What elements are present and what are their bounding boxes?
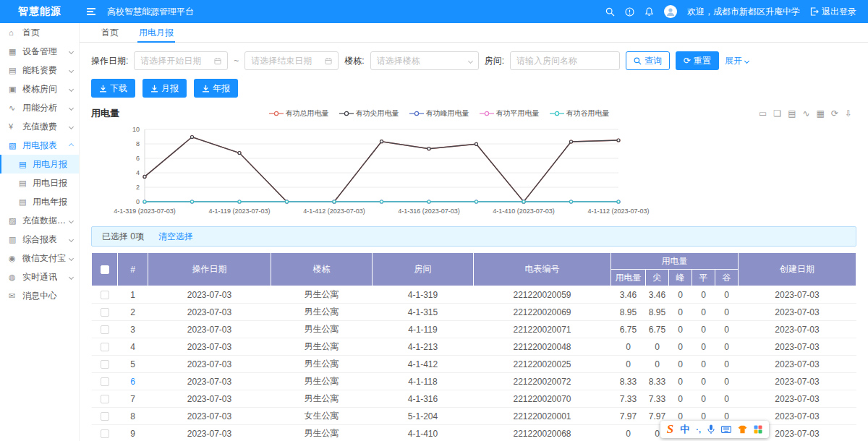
cell-select[interactable] — [92, 338, 118, 356]
legend-item[interactable]: 有功谷用电量 — [550, 108, 610, 119]
skin-icon[interactable] — [738, 425, 747, 434]
tab-electricity-monthly-report[interactable]: 用电月报 — [137, 23, 175, 42]
line-type-icon[interactable]: ∿ — [802, 108, 809, 119]
col-feng: 峰 — [669, 270, 692, 286]
bell-icon[interactable] — [644, 7, 654, 17]
cell-room: 4-1-119 — [373, 321, 474, 338]
end-date-input[interactable] — [244, 51, 339, 70]
doc-icon: ▤ — [19, 179, 30, 188]
cell-date: 2023-07-03 — [148, 390, 271, 408]
sidebar-item[interactable]: ◍实时通讯 — [0, 267, 79, 286]
svg-text:4-1-316 (2023-07-03): 4-1-316 (2023-07-03) — [398, 207, 460, 215]
restore-icon[interactable]: ⟳ — [831, 108, 838, 119]
sidebar-item[interactable]: ▦设备管理 — [0, 42, 79, 61]
bar-type-icon[interactable]: ▦ — [817, 108, 825, 119]
cell-total: 0 — [611, 356, 646, 373]
chinese-mode-icon[interactable]: 中 — [680, 423, 689, 436]
legend-item[interactable]: 有功总用电量 — [269, 108, 329, 119]
row-checkbox[interactable] — [101, 412, 109, 421]
svg-text:4-1-119 (2023-07-03): 4-1-119 (2023-07-03) — [209, 207, 271, 215]
sidebar-subitem[interactable]: ▤用电年报 — [0, 192, 79, 211]
toolbox-icon[interactable] — [754, 425, 762, 434]
monthly-report-button[interactable]: 月报 — [142, 79, 187, 98]
row-checkbox[interactable] — [101, 395, 109, 403]
cell-building: 男生公寓 — [271, 304, 373, 321]
cell-total: 8.33 — [611, 373, 646, 390]
row-checkbox[interactable] — [101, 291, 109, 299]
punctuation-icon[interactable]: ·, — [696, 425, 701, 434]
chart-header: 用电量 有功总用电量有功尖用电量有功峰用电量有功平用电量有功谷用电量 ▭❏▤∿▦… — [91, 106, 856, 121]
cell-date: 2023-07-03 — [148, 425, 271, 441]
cell-select[interactable] — [92, 304, 118, 321]
building-select[interactable]: 请选择楼栋 — [370, 51, 479, 70]
save-image-icon[interactable]: ⇩ — [845, 108, 852, 119]
download-button[interactable]: 下载 — [91, 79, 135, 98]
zoom-select-icon[interactable]: ▭ — [759, 108, 767, 119]
zoom-reset-icon[interactable]: ❏ — [773, 108, 781, 119]
row-checkbox[interactable] — [101, 308, 109, 317]
select-all-header[interactable] — [92, 253, 118, 286]
download-icon — [202, 85, 210, 93]
legend-item[interactable]: 有功平用电量 — [480, 108, 540, 119]
help-icon[interactable] — [625, 7, 634, 17]
row-checkbox[interactable] — [101, 377, 109, 386]
select-all-checkbox[interactable] — [101, 265, 109, 274]
cell-select[interactable] — [92, 373, 118, 390]
cell-select[interactable] — [92, 408, 118, 425]
sidebar-item[interactable]: ⌂首页 — [0, 23, 79, 42]
legend-item[interactable]: 有功峰用电量 — [409, 108, 469, 119]
col-meter: 电表编号 — [474, 253, 611, 286]
cell-meter: 221220020072 — [474, 373, 611, 390]
room-input[interactable] — [510, 51, 620, 70]
cell-date: 2023-07-03 — [148, 286, 271, 304]
search-button[interactable]: 查询 — [626, 51, 670, 70]
sidebar-item[interactable]: ▥综合报表 — [0, 230, 79, 249]
data-view-icon[interactable]: ▤ — [788, 108, 796, 119]
row-checkbox[interactable] — [101, 343, 109, 351]
cell-building: 男生公寓 — [271, 425, 373, 441]
sidebar-item[interactable]: ◉微信支付宝 — [0, 249, 79, 267]
cell-gu: 0 — [715, 356, 739, 373]
sidebar-subitem[interactable]: ▤用电月报 — [0, 155, 79, 174]
logout-icon — [810, 7, 819, 16]
start-date-input[interactable] — [134, 51, 228, 70]
cell-date: 2023-07-03 — [148, 338, 271, 356]
avatar[interactable] — [664, 5, 677, 18]
row-checkbox[interactable] — [101, 360, 109, 369]
mic-icon[interactable] — [707, 424, 715, 434]
sidebar-item[interactable]: ¥充值缴费 — [0, 117, 79, 136]
cell-select[interactable] — [92, 390, 118, 408]
clear-selection-link[interactable]: 清空选择 — [158, 231, 193, 243]
row-checkbox[interactable] — [101, 325, 109, 334]
doc-icon: ▤ — [19, 197, 30, 207]
cell-created: 2023-07-03 — [739, 373, 856, 390]
search-icon[interactable] — [605, 7, 615, 17]
sidebar-subitem[interactable]: ▤用电日报 — [0, 174, 79, 192]
logout-button[interactable]: 退出登录 — [810, 6, 856, 18]
expand-link[interactable]: 展开 — [725, 55, 749, 67]
yearly-report-button[interactable]: 年报 — [194, 79, 238, 98]
sogou-logo-icon[interactable]: S — [667, 422, 673, 437]
sidebar-item[interactable]: ✉消息中心 — [0, 286, 79, 305]
recharge-icon: ¥ — [9, 122, 20, 131]
keyboard-icon[interactable] — [721, 426, 731, 433]
sidebar-item[interactable]: ▨充值数据报表 — [0, 211, 79, 230]
cell-select[interactable] — [92, 356, 118, 373]
reset-button[interactable]: ⟳ 重置 — [676, 51, 719, 70]
tab-home[interactable]: 首页 — [100, 23, 120, 42]
cell-meter: 221220020001 — [474, 408, 611, 425]
cell-building: 男生公寓 — [271, 390, 373, 408]
cell-select[interactable] — [92, 286, 118, 304]
cell-total: 6.75 — [611, 321, 646, 338]
cell-select[interactable] — [92, 321, 118, 338]
sidebar-item[interactable]: ▤能耗资费 — [0, 61, 79, 80]
legend-item[interactable]: 有功尖用电量 — [339, 108, 399, 119]
sidebar-item[interactable]: ▣楼栋房间 — [0, 80, 79, 98]
collapse-menu-icon[interactable] — [87, 8, 95, 15]
date-filter-label: 操作日期: — [91, 55, 128, 67]
sidebar-menu: ⌂首页▦设备管理▤能耗资费▣楼栋房间∿用能分析¥充值缴费▧用电报表▤用电月报▤用… — [0, 23, 79, 305]
row-checkbox[interactable] — [101, 429, 109, 438]
sidebar-item[interactable]: ∿用能分析 — [0, 98, 79, 117]
cell-select[interactable] — [92, 425, 118, 441]
sidebar-item[interactable]: ▧用电报表 — [0, 136, 79, 155]
